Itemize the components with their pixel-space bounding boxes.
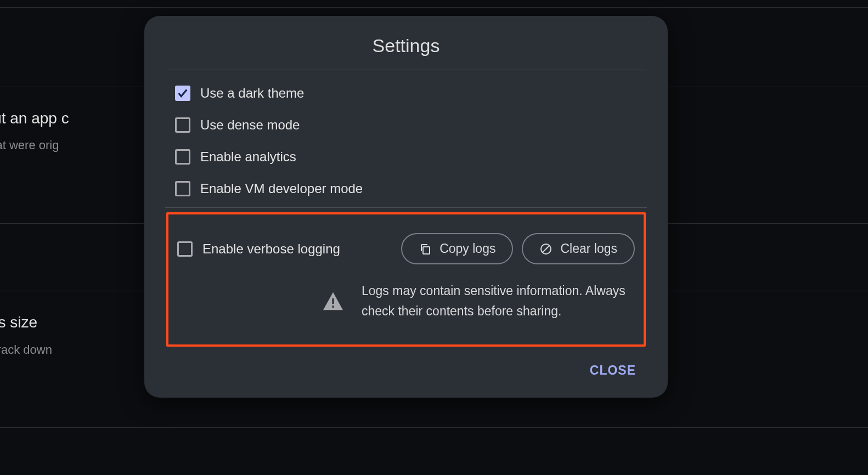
option-enable-analytics[interactable]: Enable analytics	[175, 149, 646, 165]
logging-warning: Logs may contain sensitive information. …	[177, 281, 635, 321]
dialog-actions: CLOSE	[166, 359, 646, 382]
settings-dialog: Settings Use a dark theme Use dense mode…	[144, 16, 668, 398]
svg-rect-4	[332, 306, 334, 308]
copy-logs-button[interactable]: Copy logs	[401, 233, 513, 264]
copy-icon	[419, 242, 432, 256]
svg-rect-3	[332, 298, 334, 304]
svg-rect-0	[423, 247, 430, 254]
option-label: Enable verbose logging	[202, 241, 340, 257]
section-divider	[165, 207, 647, 208]
option-verbose-logging[interactable]: Enable verbose logging	[177, 241, 340, 257]
option-label: Use dense mode	[200, 117, 300, 133]
background-subtext-fragment: lysis files to track down	[0, 343, 52, 357]
dialog-title: Settings	[166, 35, 646, 70]
block-icon	[539, 242, 553, 256]
log-buttons-group: Copy logs Clear logs	[401, 233, 635, 264]
checkbox-unchecked-icon	[177, 241, 193, 257]
checkbox-checked-icon	[175, 86, 190, 101]
checkbox-unchecked-icon	[175, 117, 190, 133]
warning-icon	[322, 291, 344, 311]
button-label: Copy logs	[439, 241, 495, 256]
settings-options-list: Use a dark theme Use dense mode Enable a…	[166, 70, 646, 207]
background-heading-fragment: pp's size	[0, 314, 37, 331]
option-label: Enable analytics	[200, 149, 296, 165]
svg-line-2	[543, 246, 549, 252]
logging-controls-row: Enable verbose logging Copy logs Clear l…	[177, 233, 635, 264]
background-divider	[0, 427, 868, 428]
background-heading-fragment: s without an app c	[0, 110, 69, 127]
option-label: Use a dark theme	[200, 86, 304, 101]
background-divider	[0, 7, 868, 8]
logging-section-highlighted: Enable verbose logging Copy logs Clear l…	[166, 212, 646, 347]
warning-text: Logs may contain sensitive information. …	[362, 281, 635, 321]
option-vm-developer-mode[interactable]: Enable VM developer mode	[175, 181, 646, 196]
checkbox-unchecked-icon	[175, 149, 190, 165]
option-dark-theme[interactable]: Use a dark theme	[175, 86, 646, 101]
option-dense-mode[interactable]: Use dense mode	[175, 117, 646, 133]
checkbox-unchecked-icon	[175, 181, 190, 196]
close-button[interactable]: CLOSE	[583, 359, 642, 382]
background-subtext-fragment: rting files that were orig	[0, 138, 59, 152]
clear-logs-button[interactable]: Clear logs	[522, 233, 635, 264]
button-label: Clear logs	[560, 241, 617, 256]
option-label: Enable VM developer mode	[200, 181, 363, 196]
